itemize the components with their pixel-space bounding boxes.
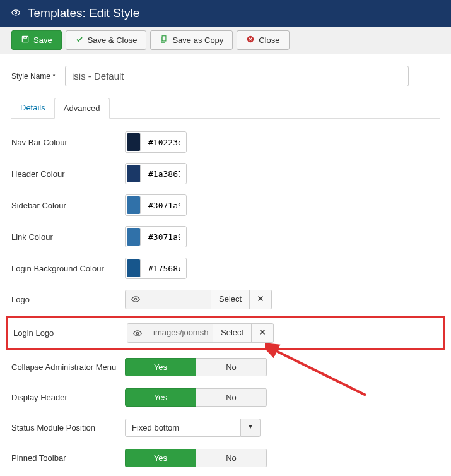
tab-details[interactable]: Details — [11, 98, 54, 118]
eye-icon — [131, 295, 140, 304]
pinned-yes[interactable]: Yes — [125, 449, 196, 467]
preview-button[interactable] — [125, 290, 146, 309]
loginbg-colour-row: Login Background Colour — [11, 258, 440, 279]
save-button[interactable]: Save — [11, 30, 62, 50]
pinned-toolbar-label: Pinned Toolbar — [11, 453, 125, 463]
content-area: Style Name * Details Advanced Nav Bar Co… — [0, 54, 451, 476]
color-swatch[interactable] — [127, 259, 141, 277]
eye-icon — [133, 329, 142, 338]
collapse-no[interactable]: No — [196, 358, 267, 376]
navbar-colour-label: Nav Bar Colour — [11, 138, 125, 147]
tab-advanced[interactable]: Advanced — [54, 98, 110, 119]
login-logo-select-button[interactable]: Select — [213, 323, 252, 343]
header-colour-input[interactable] — [125, 163, 187, 184]
logo-file-group: Select — [125, 290, 272, 309]
loginbg-colour-label: Login Background Colour — [11, 264, 125, 273]
svg-point-4 — [134, 298, 137, 300]
status-module-row: Status Module Position Fixed bottom ▼ — [11, 417, 440, 437]
style-name-row: Style Name * — [11, 66, 440, 86]
save-copy-button[interactable]: Save as Copy — [150, 30, 233, 50]
logo-clear-button[interactable] — [250, 290, 272, 309]
display-header-toggle: Yes No — [125, 388, 267, 407]
pinned-toggle: Yes No — [125, 449, 267, 467]
status-module-label: Status Module Position — [11, 423, 125, 432]
close-icon — [246, 35, 255, 45]
login-logo-clear-button[interactable] — [252, 323, 274, 343]
color-swatch[interactable] — [127, 165, 141, 182]
collapse-menu-label: Collapse Administrator Menu — [11, 362, 125, 372]
logo-path — [146, 290, 211, 309]
toolbar: Save Save & Close Save as Copy Close — [0, 27, 451, 54]
loginbg-colour-input[interactable] — [125, 258, 187, 279]
x-icon — [256, 294, 265, 303]
navbar-colour-row: Nav Bar Colour — [11, 131, 440, 153]
svg-rect-1 — [22, 36, 28, 42]
collapse-menu-row: Collapse Administrator Menu Yes No — [11, 357, 440, 377]
login-logo-path: images/joomsh — [148, 323, 213, 343]
save-close-button[interactable]: Save & Close — [66, 30, 147, 50]
save-icon — [21, 35, 30, 45]
pinned-toolbar-row: Pinned Toolbar Yes No — [11, 448, 440, 468]
x-icon — [258, 328, 267, 336]
display-header-row: Display Header Yes No — [11, 387, 440, 407]
color-swatch[interactable] — [127, 228, 141, 246]
link-colour-row: Link Colour — [11, 226, 440, 247]
logo-select-button[interactable]: Select — [211, 290, 250, 309]
preview-button[interactable] — [127, 323, 148, 343]
svg-point-0 — [15, 11, 17, 14]
logo-label: Logo — [11, 295, 125, 304]
header-colour-row: Header Colour — [11, 163, 440, 184]
color-text[interactable] — [142, 132, 186, 152]
eye-icon — [11, 7, 20, 20]
display-header-yes[interactable]: Yes — [125, 388, 196, 407]
check-icon — [75, 35, 84, 45]
navbar-colour-input[interactable] — [125, 131, 187, 153]
copy-icon — [160, 35, 168, 45]
close-button[interactable]: Close — [237, 30, 289, 50]
sidebar-colour-row: Sidebar Colour — [11, 194, 440, 216]
login-logo-row: Login Logo images/joomsh Select — [11, 319, 440, 347]
color-swatch[interactable] — [127, 133, 141, 151]
login-logo-file-group: images/joomsh Select — [127, 323, 274, 343]
collapse-yes[interactable]: Yes — [125, 358, 196, 376]
color-text[interactable] — [142, 164, 186, 184]
display-header-label: Display Header — [11, 393, 125, 402]
color-swatch[interactable] — [127, 196, 141, 214]
style-name-label: Style Name * — [11, 72, 65, 81]
sidebar-colour-label: Sidebar Colour — [11, 201, 125, 210]
status-module-select[interactable]: Fixed bottom ▼ — [125, 419, 261, 437]
status-module-value: Fixed bottom — [125, 419, 241, 437]
pinned-no[interactable]: No — [196, 449, 267, 467]
page-header: Templates: Edit Style — [0, 0, 451, 27]
link-colour-input[interactable] — [125, 226, 187, 247]
color-text[interactable] — [142, 195, 186, 215]
chevron-down-icon[interactable]: ▼ — [241, 419, 261, 437]
header-colour-label: Header Colour — [11, 169, 125, 179]
highlight-annotation: Login Logo images/joomsh Select — [6, 316, 445, 350]
logo-row: Logo Select — [11, 289, 440, 309]
color-text[interactable] — [142, 258, 186, 278]
display-header-no[interactable]: No — [196, 388, 267, 407]
style-name-input[interactable] — [65, 66, 409, 86]
svg-point-5 — [136, 332, 139, 335]
svg-rect-2 — [162, 36, 166, 41]
tabs: Details Advanced — [11, 98, 440, 119]
page-title: Templates: Edit Style — [28, 6, 139, 20]
sidebar-colour-input[interactable] — [125, 194, 187, 216]
color-text[interactable] — [142, 227, 186, 247]
login-logo-label: Login Logo — [13, 328, 127, 338]
collapse-toggle: Yes No — [125, 358, 267, 376]
link-colour-label: Link Colour — [11, 232, 125, 242]
